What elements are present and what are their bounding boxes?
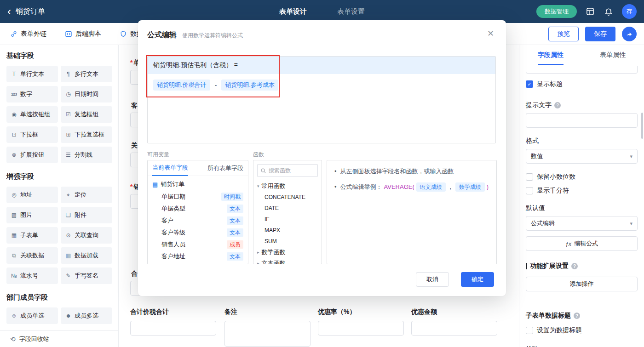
formula-expression-line[interactable]: 销货明细.价税合计 - 销货明细.参考成本 xyxy=(153,80,490,91)
variable-tree-root[interactable]: ▤ 销货订单 xyxy=(148,178,248,191)
tab-field-properties[interactable]: 字段属性 xyxy=(519,45,582,65)
external-link-item[interactable]: 表单外链 xyxy=(10,30,46,38)
address-icon: ◎ xyxy=(10,192,17,198)
variable-row[interactable]: 文本 xyxy=(148,262,248,264)
location-icon: ⌖ xyxy=(64,192,72,198)
checkbox-icon[interactable] xyxy=(526,187,533,194)
field-recycle-bin[interactable]: ⟲ 字段回收站 xyxy=(0,330,118,347)
confirm-button[interactable]: 确定 xyxy=(461,272,494,287)
palette-item-signature[interactable]: ✎手写签名 xyxy=(61,267,112,284)
function-name: AVERAGE( xyxy=(384,182,414,192)
add-action-button[interactable]: 添加操作 xyxy=(526,277,638,291)
palette-item-label: 扩展按钮 xyxy=(20,151,44,159)
function-item[interactable]: DATE xyxy=(253,203,322,214)
cancel-button[interactable]: 取消 xyxy=(416,272,449,287)
field-label: 优惠率（%） xyxy=(318,308,404,316)
function-group-math[interactable]: ▸ 数学函数 xyxy=(253,247,322,258)
tab-form-design[interactable]: 表单设计 xyxy=(279,7,307,16)
help-text: 从左侧面板选择字段名和函数，或输入函数 xyxy=(340,167,454,176)
palette-item-member-multi[interactable]: ☻成员多选 xyxy=(61,307,112,324)
close-icon[interactable]: ✕ xyxy=(487,29,494,38)
help-icon[interactable]: ? xyxy=(571,263,578,269)
edit-formula-button[interactable]: ƒx 编辑公式 xyxy=(526,236,638,251)
total-input[interactable] xyxy=(130,321,216,336)
palette-item-multi-dropdown[interactable]: ⊞下拉复选框 xyxy=(61,126,112,143)
palette-item-address[interactable]: ◎地址 xyxy=(6,187,58,203)
related-data-icon: ⧉ xyxy=(10,252,17,259)
function-item[interactable]: IF xyxy=(253,214,322,225)
palette-item-single-text[interactable]: T单行文本 xyxy=(6,66,58,82)
extend-button-icon: ⊜ xyxy=(10,152,17,158)
avatar[interactable]: 存 xyxy=(622,4,637,19)
variable-row[interactable]: 单据类型文本 xyxy=(148,203,248,215)
share-icon[interactable] xyxy=(622,27,637,41)
panel-scrollbar[interactable] xyxy=(641,113,643,139)
data-manage-button[interactable]: 数据管理 xyxy=(536,5,577,18)
function-group-text[interactable]: ▸ 文本函数 xyxy=(253,258,322,264)
variable-row[interactable]: 销售人员成员 xyxy=(148,239,248,250)
palette-item-location[interactable]: ⌖定位 xyxy=(61,187,112,203)
bell-icon[interactable] xyxy=(604,6,614,17)
palette-item-checkbox-group[interactable]: ☑复选框组 xyxy=(61,106,112,123)
function-item[interactable]: SUM xyxy=(253,236,322,247)
palette-item-dropdown[interactable]: ⊡下拉框 xyxy=(6,126,58,143)
back-icon[interactable]: ‹ xyxy=(7,6,11,17)
function-search[interactable] xyxy=(257,164,318,177)
palette-item-subform[interactable]: ▦子表单 xyxy=(6,227,58,244)
palette-item-data-load[interactable]: ▥数据加载 xyxy=(61,247,112,264)
backend-script-item[interactable]: 后端脚本 xyxy=(65,30,101,38)
variable-row[interactable]: 客户文本 xyxy=(148,215,248,227)
tab-all-form-fields[interactable]: 所有表单字段 xyxy=(207,160,243,176)
palette-item-related-query[interactable]: ⊙关联查询 xyxy=(61,227,112,244)
search-icon xyxy=(260,168,266,174)
checkbox-icon[interactable] xyxy=(526,173,533,181)
formula-field-chip[interactable]: 销货明细.参考成本 xyxy=(221,80,278,91)
clipped-input[interactable] xyxy=(526,66,638,74)
related-query-icon: ⊙ xyxy=(64,232,72,239)
help-icon[interactable]: ? xyxy=(554,102,561,108)
function-item[interactable]: MAPX xyxy=(253,225,322,236)
show-title-checkbox-row[interactable]: ✓ 显示标题 xyxy=(526,80,638,88)
palette-item-serial-number[interactable]: №流水号 xyxy=(6,267,58,284)
discount-rate-input[interactable] xyxy=(318,321,404,336)
palette-item-extend-button[interactable]: ⊜扩展按钮 xyxy=(6,147,58,163)
field-label: 备注 xyxy=(224,308,310,316)
formula-target-line[interactable]: 销货明细.预估毛利（含税） = xyxy=(148,57,495,74)
set-data-title-checkbox-row[interactable]: 设置为数据标题 xyxy=(526,326,638,335)
apps-icon[interactable] xyxy=(585,6,595,17)
formula-editor[interactable]: 销货明细.预估毛利（含税） = 销货明细.价税合计 - 销货明细.参考成本 xyxy=(147,56,496,143)
discount-amount-input[interactable] xyxy=(411,321,497,336)
palette-item-multi-text[interactable]: ¶多行文本 xyxy=(61,66,112,82)
remark-input[interactable] xyxy=(224,321,310,347)
palette-item-attachment[interactable]: ❏附件 xyxy=(61,207,112,223)
checkbox-icon[interactable]: ✓ xyxy=(526,80,533,88)
palette-item-image[interactable]: ▨图片 xyxy=(6,207,58,223)
variable-row[interactable]: 客户地址文本 xyxy=(148,250,248,262)
keep-decimal-checkbox-row[interactable]: 保留小数位数 xyxy=(526,173,638,181)
palette-item-divider[interactable]: ☰分割线 xyxy=(61,147,112,163)
checkbox-icon[interactable] xyxy=(526,327,533,334)
chevron-down-icon: ▾ xyxy=(630,154,632,159)
preview-button[interactable]: 预览 xyxy=(548,27,579,41)
help-icon[interactable]: ? xyxy=(574,313,580,319)
hint-text-input[interactable] xyxy=(526,113,638,128)
thousand-sep-checkbox-row[interactable]: 显示千分符 xyxy=(526,187,638,195)
palette-item-radio-group[interactable]: ◉单选按钮组 xyxy=(6,106,58,123)
palette-item-member-single[interactable]: ☺成员单选 xyxy=(6,307,58,324)
palette-item-related-data[interactable]: ⧉关联数据 xyxy=(6,247,58,264)
format-select[interactable]: 数值 ▾ xyxy=(526,149,638,164)
formula-field-chip[interactable]: 销货明细.价税合计 xyxy=(153,80,210,91)
function-item[interactable]: CONCATENATE xyxy=(253,192,322,203)
save-button[interactable]: 保存 xyxy=(585,27,615,41)
default-value-select[interactable]: 公式编辑 ▾ xyxy=(526,216,638,231)
tab-current-form-fields[interactable]: 当前表单字段 xyxy=(152,160,188,176)
variable-row[interactable]: 客户等级文本 xyxy=(148,227,248,239)
shield-icon xyxy=(120,30,127,38)
palette-item-number[interactable]: 123数字 xyxy=(6,86,58,102)
palette-item-datetime[interactable]: ◷日期时间 xyxy=(61,86,112,102)
function-search-input[interactable] xyxy=(269,167,310,174)
variable-row[interactable]: 单据日期时间戳 xyxy=(148,191,248,203)
tab-form-settings[interactable]: 表单设置 xyxy=(337,7,365,16)
tab-form-properties[interactable]: 表单属性 xyxy=(582,45,644,65)
function-group-common[interactable]: ▾ 常用函数 xyxy=(253,181,322,192)
